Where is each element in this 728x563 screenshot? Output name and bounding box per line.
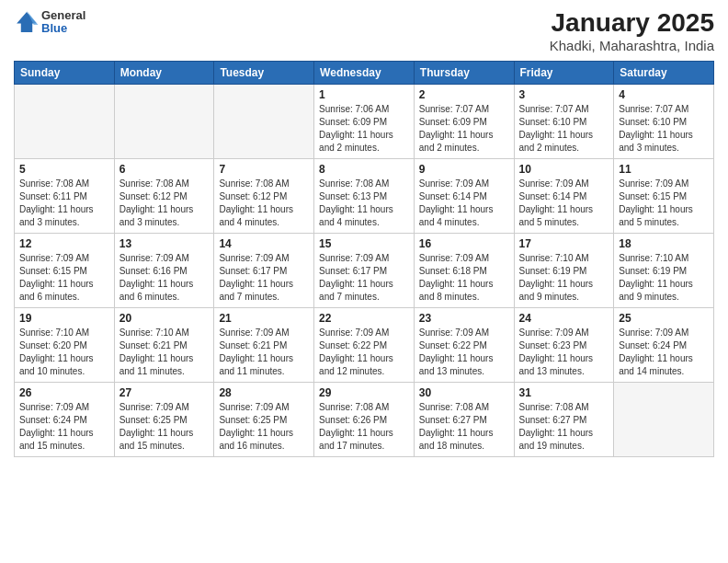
col-thursday: Thursday	[414, 61, 514, 84]
day-detail: Sunrise: 7:09 AMSunset: 6:15 PMDaylight:…	[619, 178, 709, 229]
day-detail: Sunrise: 7:09 AMSunset: 6:14 PMDaylight:…	[519, 178, 609, 229]
calendar-cell: 6Sunrise: 7:08 AMSunset: 6:12 PMDaylight…	[114, 158, 214, 233]
page-title: January 2025	[550, 9, 714, 38]
col-monday: Monday	[114, 61, 214, 84]
day-number: 10	[519, 163, 609, 176]
calendar-cell	[614, 382, 714, 456]
day-number: 19	[19, 312, 109, 325]
day-detail: Sunrise: 7:09 AMSunset: 6:18 PMDaylight:…	[419, 252, 509, 304]
calendar-header-row: Sunday Monday Tuesday Wednesday Thursday…	[15, 61, 714, 84]
logo-general-label: General	[41, 9, 85, 22]
day-detail: Sunrise: 7:06 AMSunset: 6:09 PMDaylight:…	[319, 103, 409, 155]
day-number: 12	[19, 237, 109, 250]
day-number: 14	[219, 237, 309, 250]
day-number: 25	[619, 312, 709, 325]
calendar-cell: 29Sunrise: 7:08 AMSunset: 6:26 PMDayligh…	[314, 382, 415, 456]
calendar-cell	[214, 84, 314, 158]
day-number: 16	[419, 237, 509, 250]
day-detail: Sunrise: 7:09 AMSunset: 6:24 PMDaylight:…	[619, 327, 709, 378]
day-detail: Sunrise: 7:09 AMSunset: 6:25 PMDaylight:…	[219, 401, 309, 453]
day-number: 28	[219, 386, 309, 399]
calendar-cell	[114, 84, 214, 158]
day-detail: Sunrise: 7:10 AMSunset: 6:20 PMDaylight:…	[19, 327, 109, 378]
day-number: 15	[319, 237, 409, 250]
calendar-cell: 26Sunrise: 7:09 AMSunset: 6:24 PMDayligh…	[15, 382, 115, 456]
col-friday: Friday	[514, 61, 614, 84]
calendar-cell: 14Sunrise: 7:09 AMSunset: 6:17 PMDayligh…	[214, 233, 314, 307]
day-detail: Sunrise: 7:07 AMSunset: 6:09 PMDaylight:…	[419, 103, 509, 155]
calendar-cell: 9Sunrise: 7:09 AMSunset: 6:14 PMDaylight…	[414, 158, 514, 233]
calendar-cell: 4Sunrise: 7:07 AMSunset: 6:10 PMDaylight…	[614, 84, 714, 158]
calendar-cell: 11Sunrise: 7:09 AMSunset: 6:15 PMDayligh…	[614, 158, 714, 233]
day-detail: Sunrise: 7:08 AMSunset: 6:12 PMDaylight:…	[219, 178, 309, 229]
day-detail: Sunrise: 7:09 AMSunset: 6:22 PMDaylight:…	[419, 327, 509, 378]
day-detail: Sunrise: 7:09 AMSunset: 6:22 PMDaylight:…	[319, 327, 409, 378]
calendar-cell: 8Sunrise: 7:08 AMSunset: 6:13 PMDaylight…	[314, 158, 415, 233]
day-number: 27	[119, 386, 210, 399]
day-detail: Sunrise: 7:07 AMSunset: 6:10 PMDaylight:…	[619, 103, 709, 155]
day-number: 2	[419, 88, 509, 101]
logo-text: General Blue	[41, 9, 85, 36]
day-detail: Sunrise: 7:10 AMSunset: 6:19 PMDaylight:…	[519, 252, 609, 304]
calendar-cell: 13Sunrise: 7:09 AMSunset: 6:16 PMDayligh…	[114, 233, 214, 307]
day-number: 7	[219, 163, 309, 176]
calendar-cell: 22Sunrise: 7:09 AMSunset: 6:22 PMDayligh…	[314, 307, 415, 382]
calendar-cell: 17Sunrise: 7:10 AMSunset: 6:19 PMDayligh…	[514, 233, 614, 307]
calendar-cell: 19Sunrise: 7:10 AMSunset: 6:20 PMDayligh…	[15, 307, 115, 382]
calendar-cell: 24Sunrise: 7:09 AMSunset: 6:23 PMDayligh…	[514, 307, 614, 382]
day-number: 1	[319, 88, 409, 101]
calendar-cell: 2Sunrise: 7:07 AMSunset: 6:09 PMDaylight…	[414, 84, 514, 158]
day-detail: Sunrise: 7:09 AMSunset: 6:24 PMDaylight:…	[19, 401, 109, 453]
day-number: 8	[319, 163, 409, 176]
calendar-cell: 16Sunrise: 7:09 AMSunset: 6:18 PMDayligh…	[414, 233, 514, 307]
logo-icon	[14, 9, 40, 35]
title-block: January 2025 Khadki, Maharashtra, India	[550, 9, 714, 53]
calendar-week-row: 5Sunrise: 7:08 AMSunset: 6:11 PMDaylight…	[15, 158, 714, 233]
day-number: 18	[619, 237, 709, 250]
calendar-cell: 10Sunrise: 7:09 AMSunset: 6:14 PMDayligh…	[514, 158, 614, 233]
calendar-cell: 21Sunrise: 7:09 AMSunset: 6:21 PMDayligh…	[214, 307, 314, 382]
day-number: 5	[19, 163, 109, 176]
day-number: 26	[19, 386, 109, 399]
day-number: 4	[619, 88, 709, 101]
day-number: 24	[519, 312, 609, 325]
calendar-week-row: 12Sunrise: 7:09 AMSunset: 6:15 PMDayligh…	[15, 233, 714, 307]
calendar-cell: 18Sunrise: 7:10 AMSunset: 6:19 PMDayligh…	[614, 233, 714, 307]
calendar-week-row: 19Sunrise: 7:10 AMSunset: 6:20 PMDayligh…	[15, 307, 714, 382]
day-detail: Sunrise: 7:09 AMSunset: 6:23 PMDaylight:…	[519, 327, 609, 378]
day-detail: Sunrise: 7:09 AMSunset: 6:17 PMDaylight:…	[319, 252, 409, 304]
day-detail: Sunrise: 7:09 AMSunset: 6:14 PMDaylight:…	[419, 178, 509, 229]
calendar-cell: 5Sunrise: 7:08 AMSunset: 6:11 PMDaylight…	[15, 158, 115, 233]
day-detail: Sunrise: 7:09 AMSunset: 6:17 PMDaylight:…	[219, 252, 309, 304]
day-number: 20	[119, 312, 210, 325]
day-number: 31	[519, 386, 609, 399]
col-saturday: Saturday	[614, 61, 714, 84]
day-detail: Sunrise: 7:09 AMSunset: 6:16 PMDaylight:…	[119, 252, 210, 304]
calendar-week-row: 26Sunrise: 7:09 AMSunset: 6:24 PMDayligh…	[15, 382, 714, 456]
calendar-cell: 7Sunrise: 7:08 AMSunset: 6:12 PMDaylight…	[214, 158, 314, 233]
page-subtitle: Khadki, Maharashtra, India	[550, 38, 714, 53]
calendar-cell: 15Sunrise: 7:09 AMSunset: 6:17 PMDayligh…	[314, 233, 415, 307]
calendar-cell: 27Sunrise: 7:09 AMSunset: 6:25 PMDayligh…	[114, 382, 214, 456]
calendar-cell: 25Sunrise: 7:09 AMSunset: 6:24 PMDayligh…	[614, 307, 714, 382]
day-number: 23	[419, 312, 509, 325]
day-detail: Sunrise: 7:09 AMSunset: 6:25 PMDaylight:…	[119, 401, 210, 453]
day-detail: Sunrise: 7:10 AMSunset: 6:19 PMDaylight:…	[619, 252, 709, 304]
col-sunday: Sunday	[15, 61, 115, 84]
calendar-cell: 23Sunrise: 7:09 AMSunset: 6:22 PMDayligh…	[414, 307, 514, 382]
day-detail: Sunrise: 7:08 AMSunset: 6:27 PMDaylight:…	[519, 401, 609, 453]
calendar-cell: 12Sunrise: 7:09 AMSunset: 6:15 PMDayligh…	[15, 233, 115, 307]
day-number: 3	[519, 88, 609, 101]
calendar-cell: 31Sunrise: 7:08 AMSunset: 6:27 PMDayligh…	[514, 382, 614, 456]
day-detail: Sunrise: 7:09 AMSunset: 6:21 PMDaylight:…	[219, 327, 309, 378]
col-tuesday: Tuesday	[214, 61, 314, 84]
page: General Blue January 2025 Khadki, Mahara…	[0, 0, 728, 563]
calendar-cell: 20Sunrise: 7:10 AMSunset: 6:21 PMDayligh…	[114, 307, 214, 382]
day-detail: Sunrise: 7:10 AMSunset: 6:21 PMDaylight:…	[119, 327, 210, 378]
logo: General Blue	[14, 9, 85, 36]
logo-blue-label: Blue	[41, 22, 85, 35]
calendar-cell	[15, 84, 115, 158]
day-detail: Sunrise: 7:08 AMSunset: 6:26 PMDaylight:…	[319, 401, 409, 453]
header: General Blue January 2025 Khadki, Mahara…	[14, 9, 714, 53]
day-number: 13	[119, 237, 210, 250]
